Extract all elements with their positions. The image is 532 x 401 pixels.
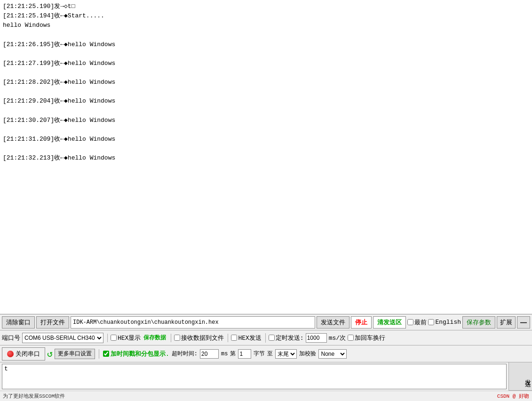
recv-to-file-checkbox[interactable] (174, 335, 180, 341)
log-line-10 (3, 87, 529, 96)
packet-settings: 加时间戳和分包显示. 超时时间: ms 第 字节 至 末尾 加校验 None (99, 349, 530, 359)
expand-button[interactable]: 扩展 (497, 316, 516, 329)
bottom-panel: 清除窗口 打开文件 发送文件 停止 清发送区 最前 English 保存参数 扩… (0, 314, 532, 401)
open-file-button[interactable]: 打开文件 (36, 316, 69, 329)
log-line-2: [21:21:25.194]收←◆Start..... (3, 11, 529, 21)
add-time-label: 加时间戳和分包显示. (103, 350, 169, 358)
log-line-6 (3, 49, 529, 59)
save-data-button[interactable]: 保存数据 (143, 334, 167, 342)
log-line-13: [21:21:30.207]收←◆hello Windows (3, 116, 529, 125)
timed-send-section: 定时发送: ms/次 加回车换行 (265, 333, 385, 343)
terminal-output: [21:21:25.190]发→◇t□ [21:21:25.194]收←◆Sta… (0, 0, 532, 314)
send-right-panel: 发送 (508, 362, 532, 391)
port-row: 端口号 COM6 USB-SERIAL CH340 HEX显示 保存数据 接收数… (0, 330, 532, 345)
close-port-button[interactable]: 关闭串口 (2, 347, 45, 361)
credit-right: CSDN @ 好吻 (497, 393, 529, 400)
log-line-16 (3, 144, 529, 153)
clear-window-button[interactable]: 清除窗口 (2, 316, 35, 329)
log-line-17: [21:21:32.213]收←◆hello Windows (3, 153, 529, 163)
last-checkbox[interactable] (407, 319, 413, 325)
send-button[interactable]: 发送 (509, 362, 532, 391)
stop-button[interactable]: 停止 (351, 316, 372, 329)
newline-checkbox[interactable] (348, 335, 354, 341)
timed-send-label: 定时发送: (269, 334, 304, 342)
send-left-panel: t (0, 362, 508, 391)
timed-send-checkbox[interactable] (269, 335, 275, 341)
log-line-8 (3, 68, 529, 78)
checksum-select[interactable]: None (318, 349, 347, 359)
port-label: 端口号 (2, 334, 20, 342)
english-checkbox-label: English (428, 319, 461, 326)
credit-left: 为了更好地发展SSCOM软件 (3, 393, 65, 400)
recv-to-file-label: 接收数据到文件 (174, 334, 224, 342)
log-line-15: [21:21:31.209]收←◆hello Windows (3, 135, 529, 144)
log-line-14 (3, 125, 529, 135)
file-path-input[interactable] (71, 316, 315, 329)
last-checkbox-label: 最前 (407, 318, 427, 327)
log-line-12 (3, 106, 529, 116)
add-time-checkbox[interactable] (103, 351, 109, 357)
send-row: t 发送 (0, 362, 532, 391)
recv-file-section: 接收数据到文件 (171, 334, 224, 342)
log-line-11: [21:21:29.204]收←◆hello Windows (3, 96, 529, 106)
hex-send-checkbox[interactable] (231, 335, 237, 341)
packet-num-input[interactable] (238, 349, 251, 359)
clear-send-area-button[interactable]: 清发送区 (373, 316, 406, 329)
hex-section: HEX显示 保存数据 (107, 334, 167, 342)
red-circle-icon (7, 351, 14, 357)
english-checkbox[interactable] (428, 319, 434, 325)
log-line-5: [21:21:26.195]收←◆hello Windows (3, 40, 529, 49)
log-line-1: [21:21:25.190]发→◇t□ (3, 2, 529, 11)
timed-send-input[interactable] (306, 333, 327, 343)
toolbar-row: 清除窗口 打开文件 发送文件 停止 清发送区 最前 English 保存参数 扩… (0, 314, 532, 330)
send-file-button[interactable]: 发送文件 (317, 316, 349, 329)
timeout-input[interactable] (200, 349, 219, 359)
more-settings-button[interactable]: 更多串口设置 (55, 349, 95, 359)
minimize-button[interactable]: — (517, 316, 530, 329)
hex-send-label: HEX发送 (231, 334, 261, 342)
save-params-button[interactable]: 保存参数 (462, 316, 495, 329)
port-select[interactable]: COM6 USB-SERIAL CH340 (22, 333, 103, 343)
hex-display-label: HEX显示 (111, 334, 141, 342)
log-line-4 (3, 30, 529, 40)
newline-label: 加回车换行 (348, 334, 385, 342)
send-input[interactable]: t (2, 364, 507, 389)
log-line-7: [21:21:27.199]收←◆hello Windows (3, 59, 529, 68)
timed-send-unit: ms/次 (329, 334, 346, 342)
log-line-3: hello Windows (3, 21, 529, 30)
credit-row: 为了更好地发展SSCOM软件 CSDN @ 好吻 (0, 391, 532, 401)
log-line-9: [21:21:28.202]收←◆hello Windows (3, 78, 529, 87)
refresh-icon[interactable]: ↺ (47, 348, 53, 360)
hex-display-checkbox[interactable] (111, 335, 117, 341)
close-port-row: 关闭串口 ↺ 更多串口设置 加时间戳和分包显示. 超时时间: ms 第 字节 至… (0, 345, 532, 362)
packet-end-select[interactable]: 末尾 (275, 349, 297, 359)
hex-send-section: HEX发送 (228, 334, 261, 342)
